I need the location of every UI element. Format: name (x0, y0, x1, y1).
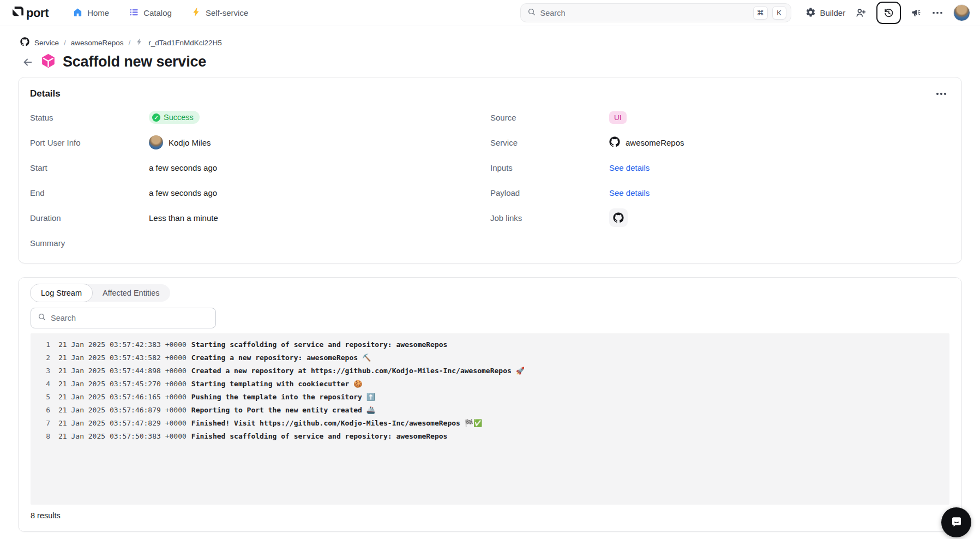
detail-label: End (30, 188, 149, 197)
log-line-number: 7 (36, 417, 50, 430)
detail-row-inputs: Inputs See details (490, 155, 949, 180)
log-line: 821 Jan 2025 03:57:50:383 +0000Finished … (36, 430, 944, 443)
log-line-number: 5 (36, 391, 50, 404)
detail-label: Start (30, 163, 149, 172)
breadcrumb-entity[interactable]: awesomeRepos (71, 39, 124, 47)
breadcrumb-separator: / (129, 39, 131, 47)
search-input[interactable] (540, 9, 749, 17)
search-icon (38, 313, 46, 324)
log-message: Creating a new repository: awesomeRepos … (191, 351, 371, 364)
log-timestamp: 21 Jan 2025 03:57:42:383 +0000 (58, 338, 187, 351)
title-bar: Scaffold new service (22, 53, 980, 70)
details-more-button[interactable] (935, 91, 947, 97)
back-arrow-icon[interactable] (22, 56, 34, 68)
more-options-button[interactable] (931, 10, 943, 16)
lightning-icon (135, 38, 143, 47)
nav-item-self-service[interactable]: Self-service (191, 7, 248, 19)
log-search (31, 308, 216, 328)
log-timestamp: 21 Jan 2025 03:57:46:879 +0000 (58, 404, 187, 417)
source-badge: UI (609, 111, 627, 124)
log-tabs: Log Stream Affected Entities (31, 284, 170, 302)
log-line-number: 2 (36, 351, 50, 364)
github-icon (609, 136, 620, 149)
log-search-input[interactable] (51, 314, 209, 322)
detail-label: Port User Info (30, 138, 149, 147)
detail-row-payload: Payload See details (490, 180, 949, 205)
log-line-number: 8 (36, 430, 50, 443)
runs-history-button[interactable] (876, 2, 901, 24)
port-logo-icon (11, 5, 25, 21)
log-line: 121 Jan 2025 03:57:42:383 +0000Starting … (36, 338, 944, 351)
detail-label: Job links (490, 213, 609, 223)
log-stream-viewport[interactable]: 121 Jan 2025 03:57:42:383 +0000Starting … (31, 333, 949, 505)
detail-label: Status (30, 113, 149, 122)
nav-item-home[interactable]: Home (73, 7, 109, 19)
detail-row-summary: Summary (30, 230, 490, 255)
details-grid: Status ✓ Success Port User Info Kodjo Mi… (30, 105, 949, 255)
log-timestamp: 21 Jan 2025 03:57:46:165 +0000 (58, 391, 187, 404)
cmd-key-badge: ⌘ (753, 6, 768, 20)
detail-label: Summary (30, 238, 149, 248)
pink-cube-icon (41, 53, 56, 70)
log-line-number: 4 (36, 378, 50, 391)
global-search: ⌘ K (520, 3, 791, 22)
job-link-github-button[interactable] (609, 208, 628, 227)
port-logo-text: port (26, 6, 49, 20)
header-actions: Builder (805, 2, 970, 24)
user-name: Kodjo Miles (169, 138, 211, 147)
payload-see-details-link[interactable]: See details (609, 188, 650, 197)
builder-button[interactable]: Builder (805, 7, 846, 19)
log-line: 621 Jan 2025 03:57:46:879 +0000Reporting… (36, 404, 944, 417)
invite-user-button[interactable] (855, 7, 867, 19)
details-heading: Details (30, 88, 949, 99)
breadcrumb-service[interactable]: Service (34, 39, 59, 47)
service-entity[interactable]: awesomeRepos (609, 136, 684, 149)
service-name: awesomeRepos (626, 138, 684, 147)
search-icon (527, 8, 536, 19)
detail-label: Payload (490, 188, 609, 197)
nav-label: Catalog (143, 8, 172, 17)
log-timestamp: 21 Jan 2025 03:57:47:829 +0000 (58, 417, 187, 430)
log-card: Log Stream Affected Entities 121 Jan 202… (18, 277, 962, 532)
details-card: Details Status ✓ Success Port User Info … (18, 77, 962, 263)
detail-label: Inputs (490, 163, 609, 172)
log-line: 521 Jan 2025 03:57:46:165 +0000Pushing t… (36, 391, 944, 404)
log-line: 321 Jan 2025 03:57:44:898 +0000Created a… (36, 364, 944, 378)
end-value: a few seconds ago (149, 188, 217, 197)
log-message: Starting scaffolding of service and repo… (191, 338, 448, 351)
gear-icon (805, 7, 816, 19)
detail-row-source: Source UI (490, 105, 949, 130)
builder-label: Builder (820, 8, 846, 17)
breadcrumb-run-id[interactable]: r_dTad1FnMdKcl22H5 (148, 39, 221, 47)
user-avatar[interactable] (953, 4, 970, 21)
catalog-list-icon (129, 7, 139, 19)
inputs-see-details-link[interactable]: See details (609, 163, 650, 172)
detail-row-end: End a few seconds ago (30, 180, 490, 205)
tab-affected-entities[interactable]: Affected Entities (92, 284, 170, 302)
log-line: 221 Jan 2025 03:57:43:582 +0000Creating … (36, 351, 944, 364)
start-value: a few seconds ago (149, 163, 217, 172)
main-nav: Home Catalog Self-service (73, 7, 248, 19)
chat-launcher-button[interactable] (941, 507, 971, 537)
user-mini-avatar (149, 135, 163, 149)
port-logo[interactable]: port (11, 5, 49, 21)
log-timestamp: 21 Jan 2025 03:57:50:383 +0000 (58, 430, 187, 443)
log-timestamp: 21 Jan 2025 03:57:45:270 +0000 (58, 378, 187, 391)
detail-row-status: Status ✓ Success (30, 105, 490, 130)
tab-log-stream[interactable]: Log Stream (30, 284, 93, 302)
log-line-number: 3 (36, 364, 50, 378)
log-timestamp: 21 Jan 2025 03:57:43:582 +0000 (58, 351, 187, 364)
nav-label: Home (87, 8, 109, 17)
nav-item-catalog[interactable]: Catalog (129, 7, 172, 19)
details-right-column: Source UI Service awesomeRepos Inputs Se… (490, 105, 949, 255)
announcement-icon[interactable] (911, 8, 922, 19)
details-left-column: Status ✓ Success Port User Info Kodjo Mi… (30, 105, 490, 255)
breadcrumb-separator: / (64, 39, 66, 47)
detail-label: Source (490, 113, 609, 122)
detail-row-job-links: Job links (490, 205, 949, 230)
breadcrumb: Service / awesomeRepos / r_dTad1FnMdKcl2… (20, 37, 980, 48)
log-timestamp: 21 Jan 2025 03:57:44:898 +0000 (58, 364, 187, 378)
home-icon (73, 7, 83, 19)
detail-label: Duration (30, 213, 149, 223)
log-message: Starting templating with cookiecutter 🍪 (191, 378, 363, 391)
